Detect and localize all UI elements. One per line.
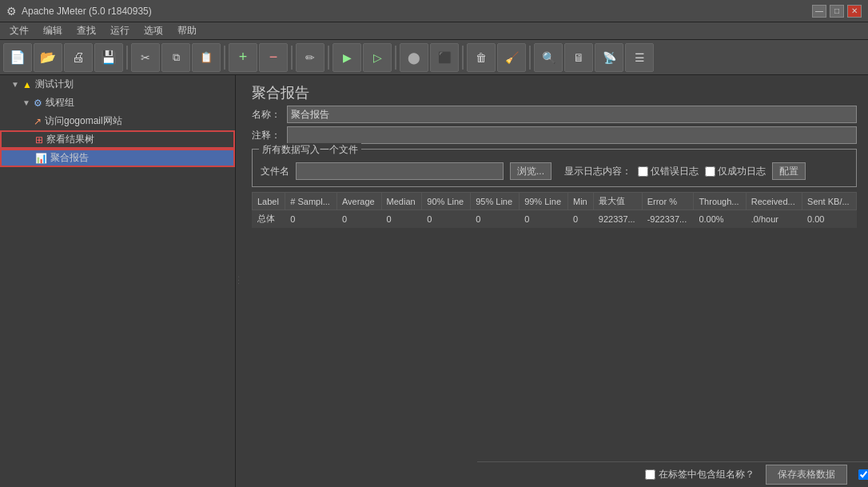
- search-button[interactable]: 🔍: [534, 43, 563, 72]
- save-data-button[interactable]: 保存表格数据: [766, 465, 847, 485]
- panel-scroll: 聚合报告 名称： 注释： 所有数据写入一个文件 文件名 浏览... 显示日志内容…: [252, 83, 857, 479]
- cell-label: 总体: [253, 210, 285, 228]
- start-no-pause-button[interactable]: ▷: [363, 43, 392, 72]
- col-max: 最大值: [593, 193, 642, 210]
- arrow-icon-2: ▼: [22, 98, 30, 107]
- sidebar-item-label: 聚合报告: [50, 151, 89, 165]
- sidebar: ▼ ▲ 测试计划 ▼ ⚙ 线程组 ↗ 访问gogomail网站 ⊞ 察看结果树 …: [0, 75, 236, 487]
- stop-button[interactable]: ⬤: [400, 43, 428, 72]
- menu-help[interactable]: 帮助: [171, 22, 203, 39]
- report-icon: 📊: [35, 153, 47, 164]
- new-button[interactable]: 📄: [3, 43, 32, 72]
- file-input[interactable]: [296, 162, 504, 180]
- remote-all-button[interactable]: ☰: [625, 43, 654, 72]
- open-button[interactable]: 📂: [34, 43, 62, 72]
- sidebar-item-test-plan[interactable]: ▼ ▲ 测试计划: [0, 75, 235, 94]
- col-sent: Sent KB/...: [802, 193, 857, 210]
- save-header-checkbox[interactable]: [858, 469, 868, 480]
- menu-options[interactable]: 选项: [137, 22, 169, 39]
- minimize-button[interactable]: —: [812, 5, 826, 18]
- success-log-checkbox-wrap: 仅成功日志: [705, 165, 766, 178]
- close-button[interactable]: ✕: [847, 5, 862, 18]
- menu-edit[interactable]: 编辑: [37, 22, 69, 39]
- col-average: Average: [336, 193, 381, 210]
- maximize-button[interactable]: □: [830, 5, 844, 18]
- remote-stop-button[interactable]: 📡: [595, 43, 623, 72]
- result-icon: ⊞: [35, 134, 43, 146]
- sidebar-item-thread-group[interactable]: ▼ ⚙ 线程组: [0, 94, 235, 112]
- comment-input[interactable]: [287, 126, 857, 144]
- include-group-checkbox[interactable]: [645, 469, 655, 480]
- request-icon: ↗: [34, 116, 42, 127]
- panel-title: 聚合报告: [252, 83, 857, 102]
- title-bar: ⚙ Apache JMeter (5.0 r1840935) — □ ✕: [0, 0, 868, 22]
- error-log-checkbox[interactable]: [638, 166, 648, 177]
- cell-samples: 0: [285, 210, 337, 228]
- arrow-icon: ▼: [11, 80, 19, 89]
- print-button[interactable]: 🖨: [64, 43, 93, 72]
- cell-90line: 0: [422, 210, 471, 228]
- app-title: Apache JMeter (5.0 r1840935): [22, 6, 152, 17]
- remove-button[interactable]: −: [259, 43, 288, 72]
- configure-button[interactable]: 配置: [772, 162, 806, 180]
- paste-button[interactable]: 📋: [192, 43, 221, 72]
- shutdown-button[interactable]: ⬛: [430, 43, 459, 72]
- cell-throughput: .0/hour: [746, 210, 802, 228]
- separator-4: [328, 46, 329, 70]
- col-99line: 99% Line: [520, 193, 568, 210]
- cell-average: 0: [336, 210, 381, 228]
- sidebar-item-view-results[interactable]: ⊞ 察看结果树: [0, 130, 235, 149]
- main-layout: ▼ ▲ 测试计划 ▼ ⚙ 线程组 ↗ 访问gogomail网站 ⊞ 察看结果树 …: [0, 75, 868, 487]
- cell-error-pct: 0.00%: [694, 210, 746, 228]
- edit-button[interactable]: ✏: [296, 43, 325, 72]
- success-log-checkbox[interactable]: [705, 166, 715, 177]
- col-median: Median: [381, 193, 422, 210]
- separator-5: [395, 46, 396, 70]
- remote-start-button[interactable]: 🖥: [564, 43, 593, 72]
- plan-icon: ▲: [22, 79, 32, 90]
- bottom-bar: 在标签中包含组名称？ 保存表格数据 ✓ 保存表格标题: [477, 461, 868, 487]
- error-log-label: 仅错误日志: [651, 165, 699, 178]
- app-icon: ⚙: [6, 5, 17, 18]
- separator-7: [529, 46, 531, 70]
- save-button[interactable]: 💾: [94, 43, 123, 72]
- cell-error2: -922337...: [642, 210, 694, 228]
- sidebar-item-label: 察看结果树: [46, 133, 94, 146]
- separator-2: [224, 46, 225, 70]
- sidebar-item-agg-report[interactable]: 📊 聚合报告: [0, 149, 235, 167]
- browse-button[interactable]: 浏览...: [510, 162, 551, 180]
- separator-1: [126, 46, 128, 70]
- copy-button[interactable]: ⧉: [161, 43, 190, 72]
- menu-run[interactable]: 运行: [104, 22, 136, 39]
- file-label: 文件名: [261, 165, 289, 178]
- add-button[interactable]: +: [229, 43, 257, 72]
- file-section: 所有数据写入一个文件 文件名 浏览... 显示日志内容： 仅错误日志 仅成功日志…: [252, 149, 857, 187]
- start-button[interactable]: ▶: [332, 43, 361, 72]
- file-row: 文件名 浏览... 显示日志内容： 仅错误日志 仅成功日志 配置: [261, 162, 848, 180]
- col-95line: 95% Line: [471, 193, 520, 210]
- clear-all-button[interactable]: 🧹: [497, 43, 526, 72]
- sidebar-item-label: 线程组: [46, 96, 74, 110]
- clear-button[interactable]: 🗑: [467, 43, 496, 72]
- cell-max: 922337...: [593, 210, 642, 228]
- col-min: Min: [568, 193, 594, 210]
- menu-file[interactable]: 文件: [3, 22, 35, 39]
- include-group-check: 在标签中包含组名称？: [645, 468, 755, 481]
- file-section-title: 所有数据写入一个文件: [259, 143, 361, 157]
- col-error: Error %: [642, 193, 694, 210]
- table-row: 总体 0 0 0 0 0 0 0 922337... -922337... 0.…: [253, 210, 857, 228]
- comment-label: 注释：: [252, 129, 281, 142]
- sidebar-item-label: 访问gogomail网站: [45, 114, 122, 128]
- name-label: 名称：: [252, 108, 281, 122]
- cell-95line: 0: [471, 210, 520, 228]
- sidebar-item-visit-site[interactable]: ↗ 访问gogomail网站: [0, 112, 235, 130]
- title-bar-left: ⚙ Apache JMeter (5.0 r1840935): [6, 5, 152, 18]
- success-log-label: 仅成功日志: [718, 165, 766, 178]
- name-input[interactable]: [287, 106, 857, 123]
- cut-button[interactable]: ✂: [131, 43, 160, 72]
- save-header-check: ✓ 保存表格标题: [858, 468, 868, 481]
- separator-3: [291, 46, 293, 70]
- sidebar-item-label: 测试计划: [35, 78, 74, 91]
- gear-icon: ⚙: [34, 98, 42, 109]
- menu-find[interactable]: 查找: [70, 22, 102, 39]
